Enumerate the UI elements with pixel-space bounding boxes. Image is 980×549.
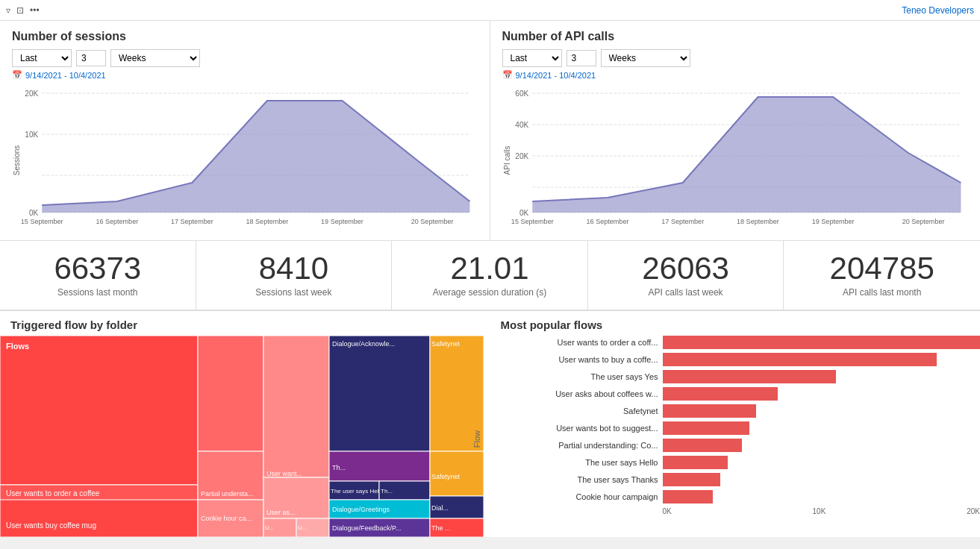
bar-row: Cookie hour campaign (520, 490, 981, 503)
expand-icon[interactable]: ⊡ (16, 5, 24, 16)
svg-text:10K: 10K (25, 131, 38, 139)
bar-track (663, 439, 981, 452)
bar-fill (663, 421, 749, 435)
x-axis-20k: 20K (967, 507, 980, 515)
svg-text:Th...: Th... (332, 464, 346, 471)
svg-rect-32 (0, 336, 198, 485)
bar-label: The user says Hello (520, 458, 658, 467)
api-period-select[interactable]: Last (502, 49, 562, 67)
stats-row: 66373 Sessions last month 8410 Sessions … (0, 241, 980, 311)
svg-text:16 September: 16 September (586, 218, 628, 225)
teneo-developers-link[interactable]: Teneo Developers (902, 5, 974, 16)
svg-text:17 September: 17 September (661, 218, 704, 225)
svg-text:User as...: User as... (266, 509, 296, 516)
svg-text:The user says Hel...: The user says Hel... (331, 488, 384, 495)
svg-text:15 September: 15 September (511, 218, 553, 225)
stat-sessions-month: 66373 Sessions last month (0, 241, 196, 310)
bar-label: Safetynet (520, 407, 658, 415)
bar-row: User wants bot to suggest... (520, 421, 981, 435)
stat-api-month-value: 204785 (793, 253, 971, 284)
svg-text:Safetynet: Safetynet (431, 473, 461, 480)
bar-label: User wants bot to suggest... (520, 424, 658, 433)
stat-api-week: 26063 API calls last week (588, 241, 784, 310)
bar-fill (663, 370, 836, 383)
bar-label: The user says Yes (520, 372, 658, 381)
popular-flows-chart: Flow User wants to order a coff...User w… (490, 336, 981, 515)
svg-text:Dialogue/Greetings: Dialogue/Greetings (332, 506, 390, 513)
svg-marker-25 (532, 97, 961, 213)
sessions-period-num[interactable] (76, 50, 106, 66)
svg-text:Safetynet: Safetynet (431, 340, 461, 348)
svg-text:U...: U... (265, 524, 274, 531)
treemap-svg: Flows User wants to order a coffee User … (0, 336, 484, 537)
svg-text:API calls: API calls (503, 146, 511, 175)
stat-sessions-week-label: Sessions last week (205, 287, 383, 298)
bar-row: Partial understanding: Co... (520, 439, 981, 452)
svg-text:User wants to order a coffee: User wants to order a coffee (6, 489, 100, 498)
toolbar-icons: ▿ ⊡ ••• (6, 5, 40, 16)
top-bar: ▿ ⊡ ••• Teneo Developers (0, 0, 980, 21)
api-chart-panel: Number of API calls Last Weeks 📅 9/14/20… (490, 21, 981, 240)
svg-text:Th...: Th... (381, 488, 393, 495)
bar-fill (663, 404, 757, 418)
x-axis-10k: 10K (813, 507, 826, 515)
api-period-num[interactable] (567, 50, 596, 66)
stat-sessions-month-value: 66373 (9, 253, 187, 284)
svg-text:User wants buy coffee mug: User wants buy coffee mug (6, 521, 96, 530)
svg-text:Dialogue/Acknowle...: Dialogue/Acknowle... (332, 340, 395, 348)
sessions-unit-select[interactable]: Weeks (110, 49, 200, 67)
treemap-title: Triggered flow by folder (0, 311, 490, 336)
svg-text:17 September: 17 September (171, 218, 213, 225)
bar-row: Safetynet (520, 404, 981, 418)
treemap-container: Flows User wants to order a coffee User … (0, 336, 490, 537)
svg-text:20 September: 20 September (411, 218, 454, 225)
stat-api-month: 204785 API calls last month (784, 241, 980, 310)
svg-text:20K: 20K (515, 152, 528, 160)
svg-text:15 September: 15 September (21, 218, 63, 225)
stat-sessions-week: 8410 Sessions last week (196, 241, 393, 310)
svg-text:Dialogue/Feedback/P...: Dialogue/Feedback/P... (332, 524, 401, 532)
x-axis-0k: 0K (663, 507, 672, 515)
bar-track (663, 456, 981, 469)
svg-text:19 September: 19 September (811, 218, 854, 225)
api-chart-controls: Last Weeks (502, 49, 969, 67)
bar-track (663, 370, 981, 383)
sessions-period-select[interactable]: Last (12, 49, 72, 67)
bar-fill (663, 490, 714, 503)
svg-text:19 September: 19 September (321, 218, 363, 225)
svg-text:U...: U... (298, 524, 307, 531)
svg-text:Cookie hour ca...: Cookie hour ca... (201, 515, 252, 522)
stat-api-week-label: API calls last week (597, 287, 775, 298)
svg-text:20 September: 20 September (902, 218, 944, 225)
svg-text:18 September: 18 September (246, 218, 289, 225)
bar-label: User wants to order a coff... (520, 338, 658, 347)
bar-track (663, 473, 981, 486)
api-date-range: 📅 9/14/2021 - 10/4/2021 (502, 70, 969, 80)
api-chart-area: 60K 40K 20K 0K API calls 15 September 16… (502, 86, 969, 231)
sessions-chart-title: Number of sessions (12, 30, 478, 43)
svg-text:16 September: 16 September (96, 218, 138, 225)
filter-icon[interactable]: ▿ (6, 5, 10, 16)
bar-row: The user says Yes (520, 370, 981, 383)
stat-api-week-value: 26063 (597, 253, 775, 284)
api-unit-select[interactable]: Weeks (601, 49, 690, 67)
svg-text:60K: 60K (515, 90, 528, 98)
bar-row: The user says Thanks (520, 473, 981, 486)
bar-row: User asks about coffees w... (520, 387, 981, 401)
bar-fill (663, 336, 981, 349)
bar-track (663, 404, 981, 418)
popular-flows-panel: Most popular flows Flow User wants to or… (490, 311, 981, 537)
svg-text:Partial understa...: Partial understa... (201, 490, 254, 498)
popular-flows-title: Most popular flows (490, 311, 981, 336)
stat-avg-duration: 21.01 Average session duration (s) (392, 241, 588, 310)
svg-text:0K: 0K (29, 209, 39, 217)
bar-fill (663, 456, 728, 469)
more-icon[interactable]: ••• (30, 5, 40, 16)
stat-sessions-week-value: 8410 (205, 253, 383, 284)
bottom-row: Triggered flow by folder Flows User want… (0, 311, 980, 537)
sessions-svg: 20K 10K 0K Sessions 15 September 16 Sept… (12, 86, 478, 231)
svg-text:0K: 0K (519, 209, 528, 217)
bar-label: Cookie hour campaign (520, 492, 658, 501)
svg-marker-8 (42, 101, 469, 213)
stat-sessions-month-label: Sessions last month (9, 287, 187, 298)
